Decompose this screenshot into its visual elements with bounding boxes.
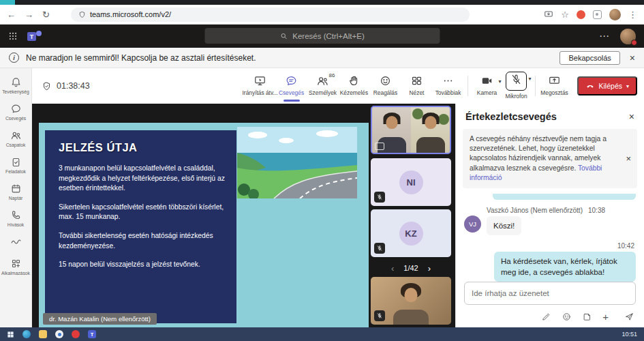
chat-toggle-button[interactable]: Csevegés: [276, 70, 307, 102]
video-pagination: ‹ 1/42 ›: [371, 261, 451, 275]
slide-paragraph: 15 napon belül visszajelzés a jelzést te…: [59, 260, 226, 270]
app-rail: Tevékenység Csevegés Csapatok Feladatok …: [0, 68, 32, 327]
mic-muted-icon: [510, 73, 523, 86]
share-button[interactable]: Megosztás: [539, 70, 570, 102]
monitor-cursor-icon: [254, 74, 266, 87]
banner-close-icon[interactable]: ×: [630, 53, 635, 63]
raise-hand-button[interactable]: Kézemelés: [339, 70, 370, 102]
teams-profile-avatar[interactable]: [620, 29, 636, 44]
emoji-icon[interactable]: [562, 312, 572, 322]
attach-plus-icon[interactable]: +: [602, 312, 609, 322]
teams-top-bar: T Keresés (Ctrl+Alt+E) ⋯: [0, 25, 644, 48]
take-control-button[interactable]: Irányítás átv...: [245, 70, 276, 102]
bookmark-star-icon[interactable]: ☆: [561, 10, 569, 19]
slide-paragraph: 3 munkanapon belül kapcsolatfelvétel a c…: [59, 164, 226, 194]
sender-name: Vaszkó János (Nem ellenőrzött): [487, 207, 583, 214]
chat-bubble-icon: [285, 74, 298, 87]
taskbar-explorer-icon[interactable]: [39, 330, 47, 338]
browser-tab-strip: [0, 0, 644, 5]
start-button[interactable]: [7, 331, 14, 338]
raised-hand-icon: [348, 74, 361, 87]
mic-focus-ring: [506, 72, 527, 91]
browser-menu-icon[interactable]: ⋮: [628, 10, 637, 19]
mic-muted-badge: [374, 192, 385, 203]
timer-text: 01:38:43: [57, 81, 90, 91]
forward-icon[interactable]: →: [25, 10, 33, 19]
site-shield-icon: [78, 11, 86, 18]
page-next-icon[interactable]: ›: [428, 263, 431, 273]
install-app-icon[interactable]: [544, 10, 553, 19]
screen: ← → ↻ teams.microsoft.com/v2/ ☆ ⋮: [0, 0, 644, 341]
participant-initials: NI: [399, 170, 423, 194]
sidebar-item-chat[interactable]: Csevegés: [0, 98, 31, 125]
extension-icon[interactable]: [593, 10, 602, 19]
leave-chevron-icon: ▾: [626, 83, 629, 89]
search-input[interactable]: Keresés (Ctrl+Alt+E): [204, 28, 440, 44]
sidebar-item-calls[interactable]: Hívások: [0, 205, 31, 231]
phone-icon: [10, 209, 22, 221]
chat-close-icon[interactable]: ×: [629, 112, 634, 121]
slide-paragraph: További sikertelenség esetén hatósági in…: [59, 231, 226, 251]
sidebar-item-calendar[interactable]: Naptár: [0, 178, 31, 205]
browser-profile-avatar[interactable]: [609, 9, 621, 20]
meeting-chat-panel: Értekezletcsevegés × A csevegés néhány r…: [455, 104, 644, 327]
participant-tile[interactable]: NI: [371, 158, 451, 206]
compose-area: +: [456, 282, 644, 327]
microphone-button[interactable]: Mikrofon: [502, 67, 532, 106]
sidebar-item-assignments[interactable]: Feladatok: [0, 151, 31, 178]
enable-notifications-button[interactable]: Bekapcsolás: [559, 51, 619, 65]
smiley-icon: [379, 74, 392, 87]
more-actions-button[interactable]: Továbbiak: [433, 70, 464, 102]
sticker-icon[interactable]: [582, 312, 592, 322]
reload-icon[interactable]: ↻: [42, 10, 50, 19]
taskbar-clock[interactable]: 10:51: [622, 331, 637, 338]
taskbar-edge-icon[interactable]: [22, 330, 31, 338]
notification-banner: i Ne maradjon le semmiről! Kapcsolja be …: [0, 48, 644, 68]
view-button[interactable]: Nézet: [401, 70, 433, 102]
message-input[interactable]: [472, 289, 628, 297]
external-participants-notice: A csevegés néhány résztvevője nem tagja …: [463, 129, 637, 188]
send-icon[interactable]: [624, 312, 634, 322]
sidebar-item-apps[interactable]: Alkalmazások: [0, 253, 31, 280]
slide-paragraph: Sikertelen kapcsolatfelvétel esetén több…: [59, 203, 226, 222]
participant-video-tile[interactable]: [371, 106, 451, 154]
notice-close-icon[interactable]: ×: [626, 153, 631, 165]
settings-more-icon[interactable]: ⋯: [599, 30, 609, 42]
wave-icon: [10, 236, 22, 248]
app-launcher-icon[interactable]: [8, 31, 18, 41]
presenter-name-chip: dr. Mazán Katalin (Nem ellenőrzött): [43, 313, 157, 325]
meeting-toolbar: 01:38:43 Irányítás átv... Csevegés 86: [32, 68, 644, 104]
page-prev-icon[interactable]: ‹: [391, 263, 394, 273]
sidebar-item-misc[interactable]: [0, 231, 31, 253]
back-icon[interactable]: ←: [7, 10, 16, 19]
sidebar-item-activity[interactable]: Tevékenység: [0, 72, 31, 98]
participant-tile[interactable]: KZ: [371, 209, 451, 257]
clipped-message-bubble: [493, 194, 636, 200]
url-text: teams.microsoft.com/v2/: [90, 10, 171, 18]
meeting-timer: 01:38:43: [42, 81, 90, 91]
address-bar[interactable]: teams.microsoft.com/v2/: [71, 8, 470, 22]
participant-initials: KZ: [399, 222, 423, 246]
taskbar-chrome-icon[interactable]: [55, 330, 63, 338]
camera-button[interactable]: Kamera: [472, 70, 503, 102]
tile-status-icon: [375, 143, 384, 150]
sidebar-item-teams[interactable]: Csapatok: [0, 125, 31, 151]
message-bubble: Köszi!: [487, 216, 521, 235]
taskbar-teams-icon[interactable]: T: [88, 330, 96, 338]
presence-dnd-badge: [631, 40, 637, 46]
teams-bar-actions: ⋯: [599, 29, 636, 44]
adblock-extension-icon[interactable]: [577, 10, 585, 19]
taskbar-app-icon[interactable]: [72, 330, 80, 338]
hang-up-icon: [585, 81, 595, 91]
sender-avatar[interactable]: VJ: [464, 216, 481, 233]
search-icon: [279, 32, 288, 40]
participant-video-tile[interactable]: [371, 277, 451, 325]
react-button[interactable]: Reagálás: [370, 70, 401, 102]
teams-logo: T: [27, 30, 42, 42]
chat-icon: [10, 103, 22, 115]
leave-button[interactable]: Kilépés ▾: [577, 76, 637, 95]
people-button[interactable]: 86 Személyek: [307, 70, 339, 102]
tab-accent: [0, 0, 15, 5]
message-input-box[interactable]: [464, 282, 636, 305]
format-icon[interactable]: [541, 312, 551, 322]
